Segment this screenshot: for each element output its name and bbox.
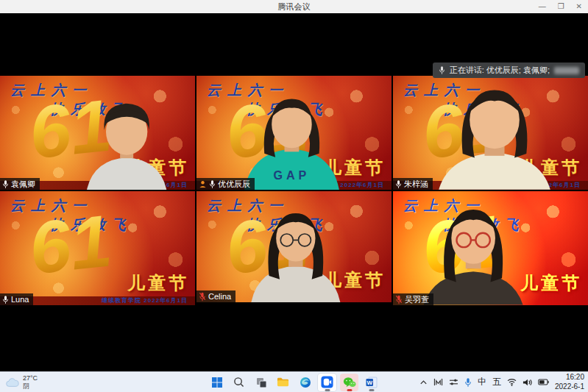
participant-name: Luna [11, 295, 29, 304]
name-tag: 朱梓涵 [393, 178, 433, 190]
clock-time: 16:20 [566, 373, 584, 382]
open-app-indicator [369, 389, 374, 391]
tencent-meeting-button[interactable] [318, 374, 336, 391]
name-tag: 吴羽萱 [393, 293, 433, 305]
mic-on-icon [209, 179, 216, 189]
window-title: 腾讯会议 [278, 1, 311, 13]
close-button[interactable]: ✕ [576, 0, 582, 13]
word-icon: W [366, 377, 378, 388]
microphone-tray-icon[interactable] [464, 377, 472, 388]
ime-layout-indicator[interactable]: 五 [492, 376, 501, 388]
microphone-icon [439, 65, 445, 75]
open-app-indicator [347, 389, 352, 391]
sliders-tray-icon[interactable] [449, 378, 458, 386]
name-tag: 袁佩卿 [0, 178, 40, 190]
video-letterbox [196, 302, 392, 305]
name-tag: Celina [196, 291, 235, 302]
poster-festival-label: 儿童节 [127, 271, 189, 295]
participant-video-girl-closeup [417, 80, 573, 190]
edge-browser-button[interactable] [296, 374, 314, 391]
speaking-toast-text: 正在讲话: 优优辰辰; 袁佩卿; [450, 65, 550, 76]
system-tray: 中 五 16:20 2022-6- [419, 373, 584, 391]
start-button[interactable] [208, 374, 226, 391]
participant-name: 袁佩卿 [11, 179, 35, 190]
cloud-icon [6, 377, 19, 388]
wechat-icon [343, 377, 356, 388]
meter-tray-icon[interactable] [433, 378, 443, 386]
taskbar-center-icons: W [208, 372, 380, 392]
video-tile-celina[interactable]: 云上六一 快乐放飞 61 儿童节 [196, 191, 392, 305]
participant-name: 优优辰辰 [218, 179, 250, 190]
speaker-icon[interactable] [523, 378, 532, 387]
start-icon [211, 377, 223, 388]
wifi-icon[interactable] [507, 378, 517, 386]
mic-muted-icon [199, 292, 206, 302]
participant-name: 吴羽萱 [405, 294, 429, 305]
weather-widget[interactable]: 27°C 阴 [6, 374, 38, 390]
blurred-name [554, 67, 579, 74]
participant-name: 朱梓涵 [404, 179, 428, 190]
clock-date: 2022-6-1 [555, 382, 584, 392]
video-tile-wuyuxuan[interactable]: 云上六一 快乐放飞 61 儿童节 [393, 191, 588, 305]
weather-condition: 阴 [23, 382, 38, 390]
file-explorer-button[interactable] [274, 374, 292, 391]
edge-icon [300, 377, 311, 388]
windows-taskbar: 27°C 阴 [0, 371, 588, 392]
file-explorer-icon [277, 377, 289, 388]
festival-background: 云上六一 快乐放飞 61 儿童节 继续教育学院 2022年6月1日 [0, 191, 195, 305]
wechat-button[interactable] [340, 374, 358, 391]
maximize-button[interactable]: ❐ [558, 0, 564, 13]
name-tag: Luna [0, 293, 33, 305]
shirt-text: GAP [274, 168, 311, 181]
word-button[interactable]: W [362, 374, 380, 391]
name-tag: 优优辰辰 [196, 178, 255, 190]
tencent-meeting-icon [321, 376, 333, 388]
search-button[interactable] [230, 374, 248, 391]
task-view-button[interactable] [252, 374, 270, 391]
participant-video-girl-red-glasses [413, 200, 534, 305]
open-app-indicator [325, 389, 330, 391]
video-grid: 云上六一 快乐放飞 61 儿童节 继续教育学院 2022年6月1日 袁佩 [0, 76, 588, 305]
window-titlebar: 腾讯会议 — ❐ ✕ [0, 0, 588, 13]
ime-mode-indicator[interactable]: 中 [478, 376, 486, 388]
meeting-main-area: 正在讲话: 优优辰辰; 袁佩卿; 云上六一 快乐放飞 61 儿童节 继续教育学院… [0, 13, 588, 371]
video-tile-yuanpeiqing[interactable]: 云上六一 快乐放飞 61 儿童节 继续教育学院 2022年6月1日 袁佩 [0, 76, 195, 190]
battery-icon[interactable] [538, 379, 549, 385]
video-tile-youyouchenchen[interactable]: 云上六一 快乐放飞 61 儿童节 继续教育学院 2022年6月1日 GAP [196, 76, 392, 190]
video-tile-luna[interactable]: 云上六一 快乐放飞 61 儿童节 继续教育学院 2022年6月1日 Luna [0, 191, 195, 305]
hidden-icons-chevron[interactable] [419, 379, 428, 385]
mic-on-icon [2, 295, 9, 304]
participant-video-girl-teal: GAP [227, 90, 356, 190]
poster-61: 61 [26, 203, 115, 285]
participant-video-girl-glasses [239, 204, 353, 302]
mic-on-icon [395, 179, 402, 189]
task-view-icon [255, 377, 267, 388]
svg-text:W: W [366, 379, 372, 385]
participant-name: Celina [208, 292, 231, 301]
speaking-toast: 正在讲话: 优优辰辰; 袁佩卿; [433, 63, 585, 78]
mic-muted-icon [395, 295, 403, 304]
taskbar-clock[interactable]: 16:20 2022-6-1 [555, 373, 584, 391]
minimize-button[interactable]: — [539, 0, 546, 13]
mic-on-icon [2, 179, 9, 189]
participant-video-boy [66, 99, 187, 190]
video-tile-zhuzihan[interactable]: 云上六一 快乐放飞 61 儿童节 继续教育学院 2022年6月1日 朱梓 [393, 76, 588, 190]
member-icon [199, 180, 207, 188]
search-icon [233, 377, 244, 388]
weather-temp: 27°C [23, 374, 38, 382]
